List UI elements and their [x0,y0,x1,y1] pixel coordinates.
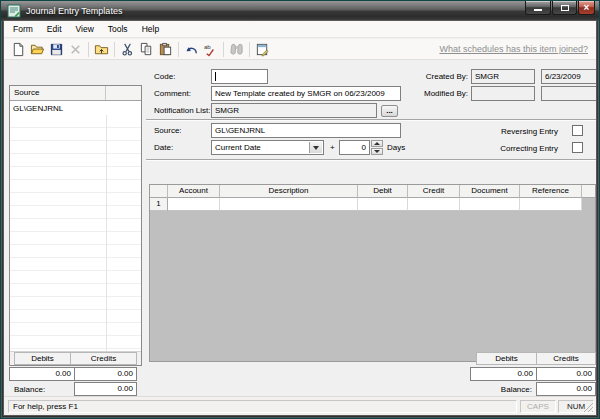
account-column-header[interactable]: Account [168,185,220,198]
chevron-down-icon [313,146,319,150]
spin-up-button[interactable] [371,140,383,147]
menu-bar: Form Edit View Tools Help [4,21,596,38]
credits-header-left: Credits [70,352,137,365]
toolbar: ab What schedules has this item joined? [4,39,596,60]
menu-help[interactable]: Help [135,21,166,37]
close-icon: × [584,2,590,13]
cut-button[interactable] [118,40,137,58]
debits-total-right: 0.00 [470,367,537,381]
source-column-header[interactable]: Source [10,86,106,100]
source-list-header: Source [10,86,141,101]
spellcheck-icon: ab [203,42,218,57]
separator-line [146,159,596,161]
spin-down-button[interactable] [371,148,383,155]
created-date-field: 6/23/2009 [541,69,596,84]
undo-button[interactable] [182,40,201,58]
svg-text:ab: ab [204,42,211,49]
correcting-entry-label: Correcting Entry [454,144,558,153]
caps-indicator: CAPS [520,400,556,413]
find-button[interactable] [227,40,246,58]
text-caret [215,72,216,81]
days-input[interactable]: 0 [339,140,370,155]
debits-header-right: Debits [476,352,537,365]
source-list-body[interactable]: GL\GENJRNL [10,102,141,351]
balance-label-right: Balance: [474,385,532,394]
blank-column-header[interactable] [106,86,141,100]
code-input[interactable] [211,69,268,84]
account-cell[interactable] [168,198,220,211]
list-item-genjrnl[interactable]: GL\GENJRNL [10,102,141,115]
comment-input[interactable]: New Template created by SMGR on 06/23/20… [211,86,401,101]
toolbar-separator [88,42,89,57]
date-dropdown[interactable]: Current Date [211,140,324,155]
document-cell[interactable] [460,198,520,211]
source-input[interactable]: GL\GENJRNL [211,123,401,138]
menu-tools[interactable]: Tools [101,21,135,37]
maximize-button[interactable] [552,1,577,15]
credit-column-header[interactable]: Credit [408,185,460,198]
row-number-cell[interactable]: 1 [150,198,168,211]
grid-row-1: 1 [150,198,595,211]
paste-icon [158,42,173,57]
description-column-header[interactable]: Description [220,185,358,198]
credits-total-right: 0.00 [536,367,596,381]
debit-column-header[interactable]: Debit [358,185,408,198]
description-cell[interactable] [220,198,358,211]
maximize-icon [561,5,569,11]
open-button[interactable] [28,40,47,58]
code-label: Code: [154,72,175,81]
save-icon [49,42,64,57]
reversing-entry-checkbox[interactable] [572,125,583,136]
spellcheck-button[interactable]: ab [201,40,220,58]
window-title: Journal Entry Templates [26,1,122,21]
days-stepper[interactable] [371,140,383,155]
schedule-button[interactable] [253,40,272,58]
app-icon [7,4,21,18]
balance-total-left: 0.00 [74,382,137,396]
debits-header-left: Debits [14,352,71,365]
up-arrow-icon [374,142,380,145]
source-label: Source: [154,126,182,135]
delete-icon [68,42,83,57]
correcting-entry-checkbox[interactable] [572,142,583,153]
menu-form[interactable]: Form [6,21,40,37]
credit-cell[interactable] [408,198,460,211]
toolbar-separator [178,42,179,57]
column-divider [106,102,107,351]
notification-list-label: Notification List: [154,106,210,115]
reference-cell[interactable] [520,198,582,211]
new-button[interactable] [9,40,28,58]
find-binoculars-icon [229,42,244,57]
title-bar[interactable]: Journal Entry Templates × [1,1,599,21]
folder-up-button[interactable] [92,40,111,58]
debit-cell[interactable] [358,198,408,211]
reference-column-header[interactable]: Reference [520,185,582,198]
status-bar: For help, press F1 CAPS NUM [4,396,596,415]
schedule-icon [255,42,270,57]
minimize-icon [534,9,542,11]
notification-list-field: SMGR [211,103,377,118]
balance-label-left: Balance: [14,385,45,394]
browse-button[interactable]: ... [381,105,398,117]
days-label: Days [387,143,405,152]
credits-total-left: 0.00 [74,367,137,381]
copy-button[interactable] [137,40,156,58]
toolbar-separator [223,42,224,57]
save-button[interactable] [47,40,66,58]
menu-edit[interactable]: Edit [40,21,69,37]
folder-up-icon [94,42,109,57]
menu-view[interactable]: View [69,21,101,37]
modified-by-field [471,86,535,101]
dropdown-button[interactable] [309,142,322,153]
modified-by-label: Modified By: [408,89,468,98]
row-number-header[interactable] [150,185,168,198]
minimize-button[interactable] [525,1,551,15]
close-button[interactable]: × [578,1,595,15]
comment-label: Comment: [154,89,191,98]
down-arrow-icon [374,150,380,153]
schedules-link[interactable]: What schedules has this item joined? [439,44,588,54]
paste-button[interactable] [156,40,175,58]
delete-button[interactable] [66,40,85,58]
document-column-header[interactable]: Document [460,185,520,198]
reversing-entry-label: Reversing Entry [454,127,558,136]
